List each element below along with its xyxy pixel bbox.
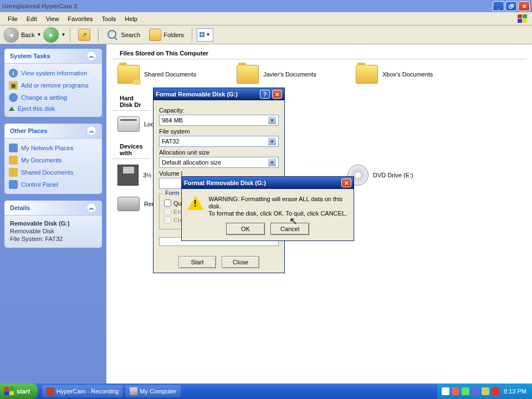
capacity-label: Capacity: bbox=[159, 107, 279, 114]
details-type: Removable Disk bbox=[10, 228, 96, 234]
taskbar: start HyperCam - Recording My Computer 8… bbox=[0, 383, 532, 399]
sidebar-item-controlpanel[interactable]: Control Panel bbox=[9, 178, 98, 191]
close-button[interactable]: ✕ bbox=[341, 178, 351, 187]
shared-docs-icon bbox=[9, 168, 18, 177]
system-tray: 8:13 PM bbox=[437, 383, 532, 399]
folders-button[interactable]: Folders bbox=[146, 28, 187, 42]
sidebar: System Tasks︽ iView system information ▣… bbox=[0, 44, 106, 385]
close-dialog-button[interactable]: Close bbox=[222, 256, 259, 268]
search-button[interactable]: Search bbox=[103, 28, 144, 42]
capacity-select[interactable]: 984 MB▼ bbox=[159, 115, 279, 126]
section-devices: Devices with bbox=[112, 137, 151, 159]
forward-dropdown-icon[interactable]: ▼ bbox=[61, 32, 65, 37]
sidebar-item-eject[interactable]: Eject this disk bbox=[9, 104, 98, 114]
sidebar-item-addremove[interactable]: ▣Add or remove programs bbox=[9, 79, 98, 91]
eject-icon bbox=[9, 106, 14, 111]
tray-icon[interactable] bbox=[482, 387, 489, 395]
start-button[interactable]: start bbox=[0, 383, 38, 399]
collapse-icon[interactable]: ︽ bbox=[86, 126, 96, 136]
close-button[interactable]: ✕ bbox=[272, 90, 282, 99]
other-places-panel: Other Places︽ My Network Places My Docum… bbox=[4, 124, 102, 194]
app-icon bbox=[130, 387, 137, 395]
menu-tools[interactable]: Tools bbox=[98, 14, 121, 23]
folder-xboxs-documents[interactable]: Xbox's Documents bbox=[356, 65, 464, 84]
chevron-down-icon: ▼ bbox=[268, 158, 276, 166]
close-button[interactable]: ✕ bbox=[518, 1, 530, 11]
tray-icon[interactable] bbox=[492, 387, 499, 395]
folders-icon bbox=[149, 29, 161, 41]
menu-edit[interactable]: Edit bbox=[22, 14, 42, 23]
folder-icon bbox=[356, 65, 378, 84]
tray-icon[interactable] bbox=[462, 387, 469, 395]
sidebar-item-network[interactable]: My Network Places bbox=[9, 142, 98, 154]
ok-button[interactable]: OK bbox=[226, 223, 265, 235]
sidebar-item-sysinfo[interactable]: iView system information bbox=[9, 67, 98, 79]
details-title: Details bbox=[10, 204, 30, 211]
tray-icon[interactable] bbox=[452, 387, 459, 395]
section-files: Files Stored on This Computer bbox=[112, 44, 526, 59]
network-icon bbox=[9, 144, 18, 152]
collapse-icon[interactable]: ︽ bbox=[86, 203, 96, 213]
menu-file[interactable]: File bbox=[3, 14, 22, 23]
toolbar: ◄ Back ▼ ► ▼ Search Folders ▼ bbox=[0, 25, 532, 44]
menu-favorites[interactable]: Favorites bbox=[63, 14, 97, 23]
control-panel-icon bbox=[9, 180, 18, 189]
system-tasks-title: System Tasks bbox=[10, 53, 50, 59]
up-button[interactable] bbox=[75, 28, 94, 42]
forward-button[interactable]: ► bbox=[43, 27, 59, 43]
chevron-down-icon: ▼ bbox=[268, 116, 276, 124]
menu-view[interactable]: View bbox=[42, 14, 64, 23]
start-button[interactable]: Start bbox=[178, 256, 216, 268]
format-dialog-title: Format Removable Disk (G:) bbox=[156, 91, 258, 98]
taskbar-item-hypercam[interactable]: HyperCam - Recording bbox=[42, 385, 123, 397]
back-label: Back bbox=[21, 32, 34, 38]
sidebar-item-changesetting[interactable]: Change a setting bbox=[9, 91, 98, 104]
menu-bar: File Edit View Favorites Tools Help bbox=[0, 12, 532, 25]
sidebar-item-shareddocs[interactable]: Shared Documents bbox=[9, 166, 98, 178]
menu-help[interactable]: Help bbox=[120, 14, 142, 23]
folder-javiers-documents[interactable]: Javier's Documents bbox=[237, 65, 345, 84]
programs-icon: ▣ bbox=[9, 81, 18, 90]
window-titlebar: Unregistered HyperCam 2 _ 🗗 ✕ bbox=[0, 0, 532, 12]
warning-dialog: Format Removable Disk (G:) ✕ WARNING: Fo… bbox=[181, 176, 354, 241]
drive-dvd[interactable]: DVD Drive (E:) bbox=[347, 165, 456, 186]
tray-icon[interactable] bbox=[472, 387, 479, 395]
app-icon bbox=[47, 387, 54, 395]
maximize-button[interactable]: 🗗 bbox=[505, 1, 517, 11]
clock[interactable]: 8:13 PM bbox=[504, 388, 526, 395]
search-icon bbox=[106, 29, 119, 41]
filesystem-label: File system bbox=[159, 128, 279, 135]
details-fs: File System: FAT32 bbox=[10, 236, 96, 242]
folder-icon bbox=[237, 65, 259, 84]
taskbar-item-mycomputer[interactable]: My Computer bbox=[125, 385, 181, 397]
windows-logo-icon bbox=[515, 13, 529, 25]
section-harddisk: Hard Disk Dr bbox=[112, 89, 151, 111]
documents-icon bbox=[9, 156, 18, 165]
chevron-down-icon: ▼ bbox=[268, 137, 276, 145]
tray-icon[interactable] bbox=[442, 387, 449, 395]
views-button[interactable]: ▼ bbox=[197, 28, 213, 42]
hdd-icon bbox=[117, 116, 140, 132]
back-dropdown-icon[interactable]: ▼ bbox=[37, 32, 41, 37]
folder-icon bbox=[117, 65, 140, 84]
details-panel: Details︽ Removable Disk (G:) Removable D… bbox=[4, 201, 102, 248]
allocation-label: Allocation unit size bbox=[159, 149, 279, 156]
warning-text: WARNING: Formatting will erase ALL data … bbox=[208, 196, 348, 217]
cancel-button[interactable]: Cancel bbox=[270, 223, 309, 235]
removable-disk-icon bbox=[117, 197, 140, 211]
gear-icon bbox=[9, 93, 18, 102]
info-icon: i bbox=[9, 69, 18, 78]
folder-shared-documents[interactable]: Shared Documents bbox=[117, 65, 226, 84]
sidebar-item-mydocs[interactable]: My Documents bbox=[9, 154, 98, 166]
collapse-icon[interactable]: ︽ bbox=[86, 51, 96, 61]
warning-icon bbox=[187, 196, 203, 211]
details-name: Removable Disk (G:) bbox=[10, 220, 96, 227]
help-button[interactable]: ? bbox=[260, 90, 270, 99]
minimize-button[interactable]: _ bbox=[493, 1, 504, 11]
allocation-select[interactable]: Default allocation size▼ bbox=[159, 157, 279, 168]
warning-dialog-title: Format Removable Disk (G:) bbox=[184, 180, 339, 186]
filesystem-select[interactable]: FAT32▼ bbox=[159, 136, 279, 147]
other-places-title: Other Places bbox=[10, 127, 47, 134]
window-title: Unregistered HyperCam 2 bbox=[2, 3, 493, 9]
back-button[interactable]: ◄ bbox=[3, 27, 19, 43]
